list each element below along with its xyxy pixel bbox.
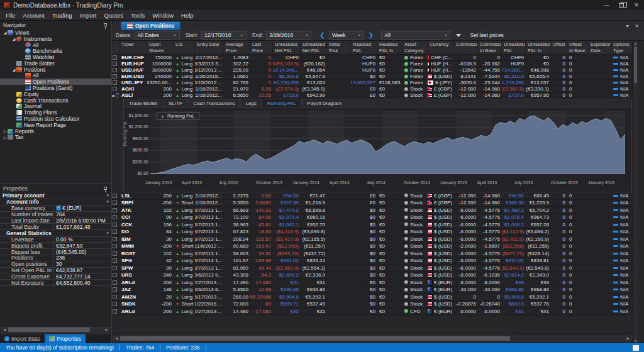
cell-avg[interactable]: 302.72 bbox=[224, 61, 250, 67]
cell-unplbase[interactable]: €936.86 bbox=[301, 287, 327, 294]
cell-avg[interactable]: 21.070 bbox=[224, 86, 250, 92]
sidebar-item-journal[interactable]: Journal bbox=[0, 104, 111, 110]
cell-uplbase[interactable]: €13,037 bbox=[526, 80, 551, 85]
column-header-offset[interactable]: Offset bbox=[551, 41, 567, 54]
cell-ticker[interactable]: IBM bbox=[119, 236, 147, 243]
cell-rpl[interactable]: £0 bbox=[351, 92, 377, 98]
cell-entry[interactable]: 11/16/2012... bbox=[195, 92, 224, 98]
cell-offset[interactable]: 0 bbox=[551, 272, 567, 279]
cell-ticker[interactable]: SPW bbox=[119, 265, 147, 272]
cell-shares[interactable]: 200 bbox=[147, 92, 174, 98]
cell-offsetbase[interactable]: 0 bbox=[567, 301, 589, 308]
cell-rplbase[interactable]: €0 bbox=[377, 55, 402, 60]
cell-offsetbase[interactable]: 0 bbox=[567, 61, 589, 67]
cell-initialrisk[interactable] bbox=[327, 92, 351, 98]
cell-unplbase[interactable]: €71.47 bbox=[301, 192, 327, 199]
table-row-ibm[interactable]: IBM30▲Long3/7/2013 1...208.94128.57($2,4… bbox=[112, 236, 633, 243]
cell-commbase[interactable]: -14.960 bbox=[478, 200, 502, 207]
cell-currency[interactable]: € (EUR) bbox=[428, 279, 454, 286]
cell-ticker[interactable]: EUR.CHF bbox=[119, 55, 147, 60]
table-row-arld[interactable]: ARLd200▲Long2/27/2013 ...17.48017.685€35… bbox=[112, 308, 633, 316]
cell-last[interactable]: 8.26 bbox=[250, 86, 273, 92]
cell-expdate[interactable] bbox=[589, 294, 611, 300]
cell-asset[interactable]: Stock bbox=[402, 214, 428, 221]
cell-offset[interactable]: 0 bbox=[551, 80, 567, 85]
cell-exp[interactable] bbox=[112, 287, 119, 294]
cell-expdate[interactable] bbox=[589, 207, 611, 214]
column-header-ls[interactable]: L/S bbox=[174, 41, 195, 54]
cell-upl[interactable]: $7,480.3 bbox=[502, 207, 526, 214]
cell-ticker[interactable]: AMZN bbox=[119, 294, 147, 300]
sidebar-item-views[interactable]: ◢Views bbox=[0, 30, 111, 36]
cell-comm[interactable]: -2.0000 bbox=[454, 243, 478, 250]
sidebar-item-trade-blotter[interactable]: Trade Blotter bbox=[0, 60, 111, 67]
cell-ls[interactable]: ▲Long bbox=[174, 80, 195, 85]
cell-offsetbase[interactable]: 0 bbox=[567, 236, 589, 243]
sidebar-item-positions[interactable]: ◢Positions bbox=[0, 67, 111, 73]
cell-currency[interactable]: $ (USD) bbox=[428, 214, 454, 221]
cell-rpl[interactable]: ¥13,653,577 bbox=[351, 80, 377, 85]
column-header-shares[interactable]: Open Shares bbox=[147, 41, 174, 54]
cell-commbase[interactable]: -4.5776 bbox=[478, 214, 502, 221]
cell-offsetbase[interactable]: 0 bbox=[567, 243, 589, 250]
cell-entry[interactable]: 3/7/2013 1... bbox=[195, 265, 224, 272]
cell-rpl[interactable]: CHF0 bbox=[351, 55, 377, 60]
cell-ticker[interactable]: CCI bbox=[119, 214, 147, 221]
end-date-dropdown[interactable]: 2/29/2016▼ bbox=[266, 31, 311, 40]
cell-shares[interactable]: -200 bbox=[147, 200, 174, 207]
sidebar-item-position-size-calculator[interactable]: Position size Calculator bbox=[0, 116, 111, 122]
cell-offset[interactable]: 0 bbox=[551, 250, 567, 257]
cell-exp[interactable] bbox=[112, 192, 119, 199]
cell-exp[interactable] bbox=[112, 279, 119, 286]
cell-currency[interactable]: £ (GBP) bbox=[428, 86, 454, 92]
cell-ls[interactable]: ▲Long bbox=[174, 74, 195, 79]
cell-comm[interactable]: -6.0000 bbox=[454, 214, 478, 221]
cell-entry[interactable]: 11/26/2015... bbox=[195, 74, 224, 79]
cell-optionstype[interactable]: N/A bbox=[611, 250, 633, 257]
cell-offset[interactable]: 0 bbox=[551, 207, 567, 214]
period-dropdown[interactable]: Week▼ bbox=[329, 31, 364, 40]
cell-initialrisk[interactable] bbox=[327, 243, 351, 250]
cell-upl[interactable]: ($12,558) bbox=[502, 243, 526, 250]
cell-expdate[interactable] bbox=[589, 67, 611, 73]
cell-upl[interactable]: $6,310.0 bbox=[502, 74, 526, 79]
cell-offsetbase[interactable]: 0 bbox=[567, 86, 589, 92]
cell-unpl[interactable]: $7,474.2 bbox=[273, 207, 301, 214]
cell-expdate[interactable] bbox=[589, 55, 611, 60]
scroll-left-arrow[interactable]: ◀ bbox=[2, 327, 8, 332]
cell-commbase[interactable]: -14.960 bbox=[478, 92, 502, 98]
cell-last[interactable]: 0 bbox=[250, 55, 273, 60]
detail-tab-running-pnl[interactable]: Running PnL bbox=[262, 99, 302, 107]
cell-upl[interactable]: (£2,562.0) bbox=[502, 86, 526, 92]
cell-commbase[interactable]: 0 bbox=[478, 55, 502, 60]
cell-offset[interactable]: 0 bbox=[551, 287, 567, 294]
cell-commbase[interactable]: -32.000 bbox=[478, 287, 502, 294]
menu-item-help[interactable]: Help bbox=[177, 11, 197, 19]
cell-uplbase[interactable]: €39 bbox=[526, 279, 551, 286]
cell-rplbase[interactable]: €0 bbox=[377, 67, 402, 73]
row-expander-icon[interactable] bbox=[113, 229, 117, 234]
row-expander-icon[interactable] bbox=[113, 302, 117, 306]
cell-upl[interactable]: HUF0 bbox=[502, 61, 526, 67]
start-date-dropdown[interactable]: 12/17/2010▼ bbox=[201, 31, 247, 40]
cell-entry[interactable]: 11/16/2012... bbox=[195, 200, 224, 207]
cell-unplbase[interactable]: (€11,257) bbox=[301, 243, 327, 250]
cell-asset[interactable]: Stock bbox=[402, 229, 428, 236]
cell-initialrisk[interactable] bbox=[327, 236, 351, 243]
cell-currency[interactable]: $ (USD) bbox=[428, 301, 454, 308]
column-header-last[interactable]: Last Price bbox=[250, 41, 273, 54]
cell-shares[interactable]: 3000000 bbox=[147, 67, 174, 73]
cell-expdate[interactable] bbox=[589, 61, 611, 67]
cell-offsetbase[interactable]: 0 bbox=[567, 55, 589, 60]
cell-avg[interactable]: 38.963 bbox=[224, 221, 250, 228]
scroll-thumb[interactable] bbox=[120, 336, 510, 341]
cell-rplbase[interactable]: €0 bbox=[377, 265, 402, 272]
cell-unpl[interactable]: $2,606.2 bbox=[273, 272, 301, 279]
row-expander-icon[interactable] bbox=[113, 215, 117, 219]
cell-ls[interactable]: ▲Long bbox=[174, 61, 195, 67]
cell-commbase[interactable]: -20.162 bbox=[478, 61, 502, 67]
cell-initialrisk[interactable] bbox=[327, 55, 351, 60]
cell-comm[interactable]: -8.0000 bbox=[454, 279, 478, 286]
cell-commbase[interactable]: 0 bbox=[478, 294, 502, 300]
cell-upl[interactable]: ($2,411.0) bbox=[502, 236, 526, 243]
